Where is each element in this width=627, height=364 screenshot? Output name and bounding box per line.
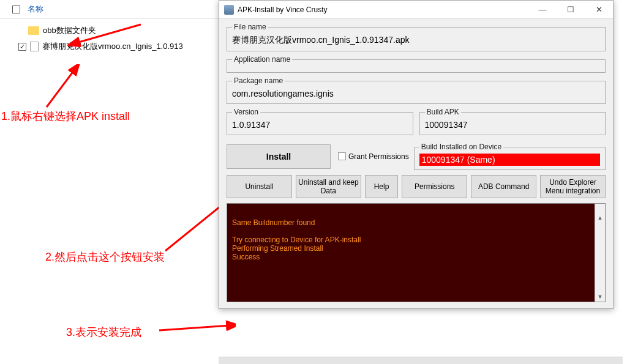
minimize-button[interactable]: — [528, 1, 557, 18]
app-name-value [232, 66, 600, 69]
maximize-button[interactable]: ☐ [557, 1, 585, 18]
close-button[interactable]: ✕ [585, 1, 613, 18]
svg-line-3 [159, 325, 230, 330]
annotation-step2: 2.然后点击这个按钮安装 [45, 250, 165, 264]
file-label: obb数据文件夹 [43, 25, 96, 36]
uninstall-keep-button[interactable]: Uninstall and keep Data [296, 175, 361, 198]
file-icon [30, 42, 39, 51]
folder-icon [28, 26, 39, 35]
window-body: File name 赛博朋克汉化版vrmoo.cn_Ignis_1.0.9134… [219, 19, 613, 308]
grant-permissions-label: Grant Permissions [348, 152, 409, 161]
version-value: 1.0.91347 [232, 119, 408, 131]
build-apk-group: Build APK 100091347 [419, 108, 606, 135]
build-installed-group: Build Installed on Device 100091347 (Sam… [414, 143, 606, 170]
scrollbar[interactable]: ▲ ▼ [595, 204, 605, 302]
adb-command-button[interactable]: ADB Command [471, 175, 536, 198]
permissions-button[interactable]: Permissions [402, 175, 467, 198]
version-group: Version 1.0.91347 [227, 108, 413, 135]
version-label: Version [232, 108, 260, 116]
build-installed-value: 100091347 (Same) [419, 154, 600, 166]
window-title: APK-Install by Vince Crusty [238, 6, 528, 14]
grant-permissions-checkbox[interactable]: Grant Permissions [338, 152, 409, 161]
annotation-step1: 1.鼠标右键选择APK install [1, 109, 130, 124]
apk-install-window: APK-Install by Vince Crusty — ☐ ✕ File n… [219, 0, 614, 309]
console-text: Same Buildnumber found Try connecting to… [232, 218, 361, 261]
build-installed-label: Build Installed on Device [419, 143, 503, 151]
window-controls: — ☐ ✕ [528, 1, 613, 18]
name-column-header[interactable]: 名称 [28, 4, 43, 15]
file-explorer: 名称 obb数据文件夹 赛博朋克汉化版vrmoo.cn_Ignis_1.0.91… [0, 0, 220, 54]
header-checkbox[interactable] [12, 6, 20, 13]
build-apk-label: Build APK [425, 108, 461, 116]
install-button[interactable]: Install [227, 144, 331, 169]
package-name-value: com.resolutiongames.ignis [232, 87, 600, 100]
explorer-header: 名称 [0, 0, 220, 19]
file-row-folder[interactable]: obb数据文件夹 [0, 23, 220, 39]
svg-line-1 [47, 70, 74, 107]
scroll-down-icon[interactable]: ▼ [595, 291, 605, 302]
file-checkbox[interactable] [18, 43, 26, 51]
build-apk-value: 100091347 [425, 119, 601, 131]
help-button[interactable]: Help [365, 175, 398, 198]
checkbox-icon [338, 152, 346, 160]
titlebar[interactable]: APK-Install by Vince Crusty — ☐ ✕ [219, 1, 613, 19]
arrow-icon [156, 318, 236, 336]
package-name-group: Package name com.resolutiongames.ignis [227, 76, 606, 104]
file-name-label: File name [232, 23, 268, 31]
file-label: 赛博朋克汉化版vrmoo.cn_Ignis_1.0.913 [42, 41, 183, 52]
file-name-value: 赛博朋克汉化版vrmoo.cn_Ignis_1.0.91347.apk [232, 34, 600, 47]
bottom-strip [219, 357, 623, 364]
file-row-apk[interactable]: 赛博朋克汉化版vrmoo.cn_Ignis_1.0.913 [0, 39, 220, 54]
package-name-label: Package name [232, 76, 285, 85]
file-name-group: File name 赛博朋克汉化版vrmoo.cn_Ignis_1.0.9134… [227, 23, 606, 51]
undo-integration-button[interactable]: Undo Explorer Menu integration [540, 175, 606, 198]
arrow-icon [40, 64, 114, 110]
annotation-step3: 3.表示安装完成 [66, 325, 141, 340]
app-name-group: Application name [227, 55, 606, 73]
scroll-up-icon[interactable]: ▲ [595, 212, 605, 223]
console-output: Same Buildnumber found Try connecting to… [227, 203, 606, 302]
file-list: obb数据文件夹 赛博朋克汉化版vrmoo.cn_Ignis_1.0.913 [0, 19, 220, 54]
app-name-label: Application name [232, 55, 292, 64]
uninstall-button[interactable]: Uninstall [227, 175, 292, 198]
app-icon [224, 5, 234, 15]
